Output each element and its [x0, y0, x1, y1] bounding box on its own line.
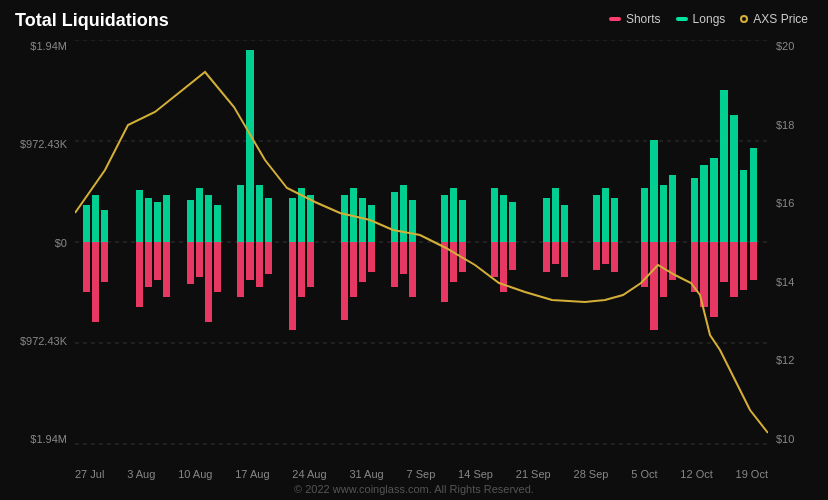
chart-title: Total Liquidations — [15, 10, 169, 31]
svg-rect-39 — [593, 195, 600, 242]
svg-rect-76 — [400, 242, 407, 274]
x-label-2: 3 Aug — [127, 468, 155, 480]
svg-rect-71 — [341, 242, 348, 320]
legend-shorts: Shorts — [609, 12, 661, 26]
svg-rect-68 — [289, 242, 296, 330]
svg-rect-78 — [441, 242, 448, 302]
svg-rect-19 — [265, 198, 272, 242]
svg-rect-7 — [101, 210, 108, 242]
svg-rect-87 — [593, 242, 600, 270]
svg-rect-59 — [163, 242, 170, 297]
svg-rect-73 — [359, 242, 366, 282]
svg-rect-30 — [441, 195, 448, 242]
svg-rect-31 — [450, 188, 457, 242]
x-label-7: 7 Sep — [407, 468, 436, 480]
svg-rect-96 — [710, 242, 718, 317]
svg-rect-20 — [289, 198, 296, 242]
svg-rect-83 — [509, 242, 516, 270]
y-right-3: $16 — [776, 197, 794, 209]
axs-label: AXS Price — [753, 12, 808, 26]
svg-rect-36 — [543, 198, 550, 242]
svg-rect-11 — [163, 195, 170, 242]
y-axis-left: $1.94M $972.43K $0 $972.43K $1.94M — [0, 40, 75, 445]
svg-rect-86 — [561, 242, 568, 277]
svg-rect-43 — [650, 140, 658, 242]
svg-rect-26 — [368, 205, 375, 242]
x-axis: 27 Jul 3 Aug 10 Aug 17 Aug 24 Aug 31 Aug… — [75, 468, 768, 480]
longs-label: Longs — [693, 12, 726, 26]
svg-rect-48 — [710, 158, 718, 242]
y-right-2: $18 — [776, 119, 794, 131]
svg-rect-18 — [256, 185, 263, 242]
y-left-2: $972.43K — [20, 138, 67, 150]
svg-rect-33 — [491, 188, 498, 242]
svg-rect-60 — [187, 242, 194, 284]
svg-rect-16 — [237, 185, 244, 242]
svg-rect-46 — [691, 178, 698, 242]
svg-rect-13 — [196, 188, 203, 242]
y-right-4: $14 — [776, 276, 794, 288]
shorts-label: Shorts — [626, 12, 661, 26]
svg-rect-65 — [246, 242, 254, 280]
y-right-1: $20 — [776, 40, 794, 52]
x-label-6: 31 Aug — [349, 468, 383, 480]
x-label-8: 14 Sep — [458, 468, 493, 480]
svg-rect-69 — [298, 242, 305, 297]
legend-longs: Longs — [676, 12, 726, 26]
svg-rect-55 — [101, 242, 108, 282]
svg-rect-53 — [83, 242, 90, 292]
svg-rect-66 — [256, 242, 263, 287]
y-left-4: $972.43K — [20, 335, 67, 347]
axs-color — [740, 15, 748, 23]
svg-rect-41 — [611, 198, 618, 242]
svg-rect-25 — [359, 198, 366, 242]
svg-rect-17 — [246, 50, 254, 242]
chart-container: Total Liquidations Shorts Longs AXS Pric… — [0, 0, 828, 500]
svg-rect-35 — [509, 202, 516, 242]
longs-color — [676, 17, 688, 21]
legend: Shorts Longs AXS Price — [609, 12, 808, 26]
svg-rect-10 — [154, 202, 161, 242]
svg-rect-32 — [459, 200, 466, 242]
svg-rect-75 — [391, 242, 398, 287]
svg-rect-63 — [214, 242, 221, 292]
svg-rect-9 — [145, 198, 152, 242]
svg-rect-47 — [700, 165, 708, 242]
svg-rect-88 — [602, 242, 609, 264]
svg-rect-100 — [750, 242, 757, 280]
legend-axs: AXS Price — [740, 12, 808, 26]
y-axis-right: $20 $18 $16 $14 $12 $10 — [768, 40, 828, 445]
svg-rect-42 — [641, 188, 648, 242]
svg-rect-45 — [669, 175, 676, 242]
svg-rect-12 — [187, 200, 194, 242]
svg-rect-37 — [552, 188, 559, 242]
x-label-3: 10 Aug — [178, 468, 212, 480]
svg-rect-23 — [341, 195, 348, 242]
svg-rect-27 — [391, 192, 398, 242]
svg-rect-97 — [720, 242, 728, 282]
shorts-color — [609, 17, 621, 21]
svg-rect-70 — [307, 242, 314, 287]
svg-rect-81 — [491, 242, 498, 277]
svg-rect-85 — [552, 242, 559, 264]
svg-rect-56 — [136, 242, 143, 307]
svg-rect-8 — [136, 190, 143, 242]
svg-rect-52 — [750, 148, 757, 242]
svg-rect-44 — [660, 185, 667, 242]
svg-rect-67 — [265, 242, 272, 274]
x-label-11: 5 Oct — [631, 468, 657, 480]
svg-rect-54 — [92, 242, 99, 322]
svg-rect-57 — [145, 242, 152, 287]
svg-rect-74 — [368, 242, 375, 272]
svg-rect-38 — [561, 205, 568, 242]
svg-rect-51 — [740, 170, 747, 242]
svg-rect-99 — [740, 242, 747, 290]
svg-rect-64 — [237, 242, 244, 297]
svg-rect-58 — [154, 242, 161, 280]
svg-rect-79 — [450, 242, 457, 282]
svg-rect-89 — [611, 242, 618, 272]
y-left-5: $1.94M — [30, 433, 67, 445]
svg-rect-15 — [214, 205, 221, 242]
svg-rect-62 — [205, 242, 212, 322]
x-label-4: 17 Aug — [235, 468, 269, 480]
